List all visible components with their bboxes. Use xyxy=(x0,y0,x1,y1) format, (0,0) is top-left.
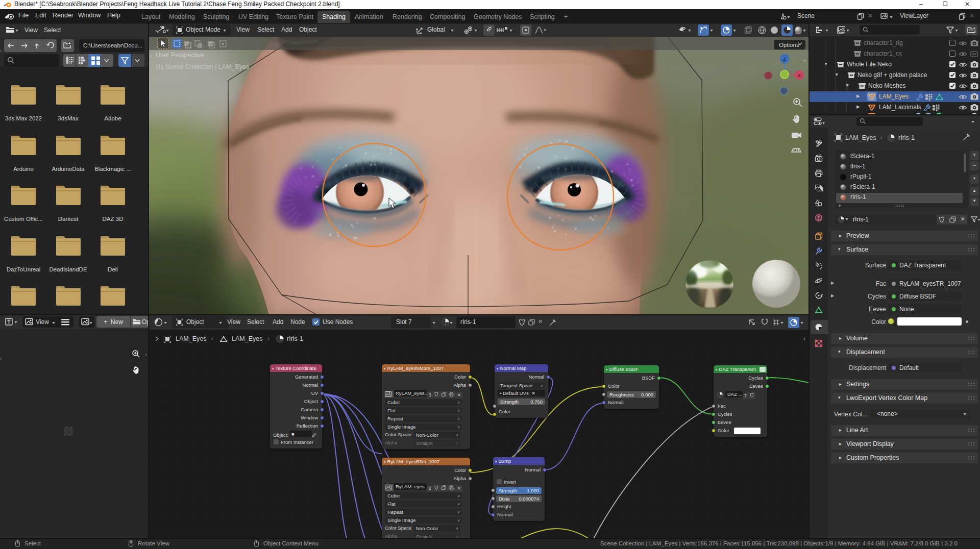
svg-text:Options: Options xyxy=(779,42,799,48)
svg-text:User Perspective: User Perspective xyxy=(156,52,204,59)
svg-text:›: › xyxy=(150,53,152,59)
svg-text:X: X xyxy=(798,72,801,78)
svg-text:Z: Z xyxy=(783,56,786,62)
svg-text:(1) Scene Collection | LAM_Eye: (1) Scene Collection | LAM_Eyes xyxy=(156,63,249,70)
svg-text:‹: ‹ xyxy=(804,57,806,63)
